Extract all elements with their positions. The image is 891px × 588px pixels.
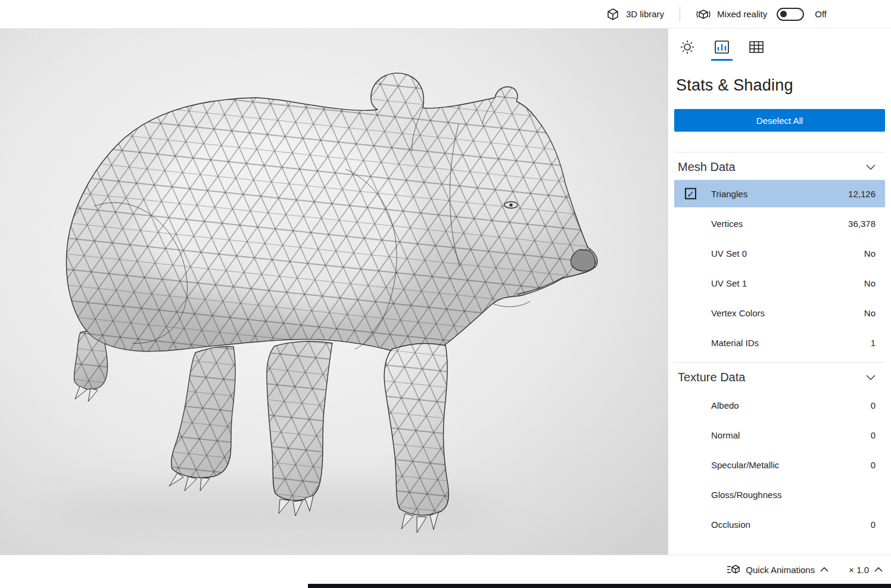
tab-grid[interactable] (746, 39, 767, 61)
playback-speed-label: × 1.0 (849, 565, 869, 575)
stat-label: Gloss/Roughness (711, 490, 781, 500)
bar-chart-icon (714, 39, 730, 55)
stat-value: 12,126 (848, 189, 876, 199)
stat-label: Specular/Metallic (711, 460, 779, 470)
quick-animations-label: Quick Animations (746, 565, 815, 575)
stat-label: Triangles (711, 189, 747, 199)
quick-animations-icon (726, 564, 740, 575)
stat-label: Vertices (711, 219, 743, 229)
mixed-reality-label: Mixed reality (717, 9, 767, 19)
3d-viewport[interactable] (0, 29, 668, 555)
stat-value: No (864, 278, 876, 288)
panel-title: Stats & Shading (676, 76, 891, 95)
bottom-toolbar: Quick Animations × 1.0 (0, 555, 891, 584)
stat-label: Material IDs (711, 338, 759, 348)
tab-indicator (746, 59, 767, 61)
quick-animations-button[interactable]: Quick Animations (726, 564, 828, 575)
texture-data-rows: Albedo 0 Normal 0 Specular/Metallic 0 Gl… (668, 390, 891, 539)
3d-library-label: 3D library (626, 9, 664, 19)
stat-value: No (864, 308, 876, 318)
stat-row-gloss-roughness[interactable]: Gloss/Roughness (674, 480, 885, 509)
playback-speed-button[interactable]: × 1.0 (849, 565, 883, 575)
stat-row-albedo[interactable]: Albedo 0 (674, 390, 885, 420)
stat-row-triangles[interactable]: ✓ Triangles 12,126 (674, 180, 885, 207)
stat-label: UV Set 1 (711, 278, 747, 288)
tab-indicator (677, 59, 698, 61)
stat-value: 0 (871, 400, 876, 410)
stat-row-normal[interactable]: Normal 0 (674, 420, 885, 450)
grid-icon (748, 39, 765, 55)
mixed-reality-toggle[interactable] (777, 8, 804, 21)
texture-data-header[interactable]: Texture Data (668, 363, 891, 387)
mixed-reality-icon (696, 7, 711, 21)
mesh-data-rows: ✓ Triangles 12,126 Vertices 36,378 UV Se… (668, 180, 891, 357)
chevron-up-icon (820, 567, 828, 572)
tab-stats-shading[interactable] (711, 39, 733, 61)
stat-value: 0 (871, 460, 876, 470)
tab-lighting[interactable] (677, 39, 698, 61)
stat-label: Normal (711, 430, 740, 440)
nose (571, 250, 595, 271)
checkbox-checked-icon[interactable]: ✓ (685, 188, 696, 200)
chevron-down-icon (866, 375, 876, 380)
stats-panel: Stats & Shading Deselect All Mesh Data ✓… (668, 29, 891, 555)
stat-row-uv-set-0[interactable]: UV Set 0 No (674, 238, 885, 268)
cube-icon (606, 7, 620, 21)
stat-row-occlusion[interactable]: Occlusion 0 (674, 509, 885, 539)
stat-label: Occlusion (711, 519, 750, 530)
top-toolbar: 3D library Mixed reality Off (0, 0, 891, 29)
stat-value: 1 (871, 338, 876, 348)
mixed-reality-group: Mixed reality (696, 7, 767, 21)
mesh-data-header[interactable]: Mesh Data (668, 153, 891, 176)
chevron-down-icon (866, 164, 876, 170)
stat-value: No (864, 248, 876, 259)
toolbar-divider (680, 7, 680, 22)
panel-tabs (668, 29, 891, 61)
stat-label: Vertex Colors (711, 308, 765, 318)
texture-data-title: Texture Data (678, 371, 745, 384)
chevron-up-icon (874, 567, 883, 572)
mesh-data-title: Mesh Data (678, 160, 736, 174)
sun-icon (680, 39, 695, 55)
toggle-state-label: Off (815, 9, 827, 19)
stat-label: Albedo (711, 400, 739, 410)
stat-row-vertex-colors[interactable]: Vertex Colors No (674, 298, 885, 328)
stat-row-material-ids[interactable]: Material IDs 1 (674, 328, 885, 357)
bear-wireframe-canvas[interactable] (0, 29, 668, 555)
stat-value: 36,378 (848, 219, 876, 229)
stat-row-specular-metallic[interactable]: Specular/Metallic 0 (674, 450, 885, 480)
toggle-knob (780, 11, 787, 17)
tab-indicator-selected (711, 59, 733, 61)
stat-row-vertices[interactable]: Vertices 36,378 (674, 209, 885, 238)
3d-library-button[interactable]: 3D library (606, 7, 664, 21)
stat-value: 0 (871, 519, 876, 530)
stat-label: UV Set 0 (711, 248, 747, 259)
stat-value: 0 (871, 430, 876, 440)
deselect-all-button[interactable]: Deselect All (674, 109, 885, 132)
stat-row-uv-set-1[interactable]: UV Set 1 No (674, 268, 885, 298)
taskbar-strip (308, 584, 891, 588)
